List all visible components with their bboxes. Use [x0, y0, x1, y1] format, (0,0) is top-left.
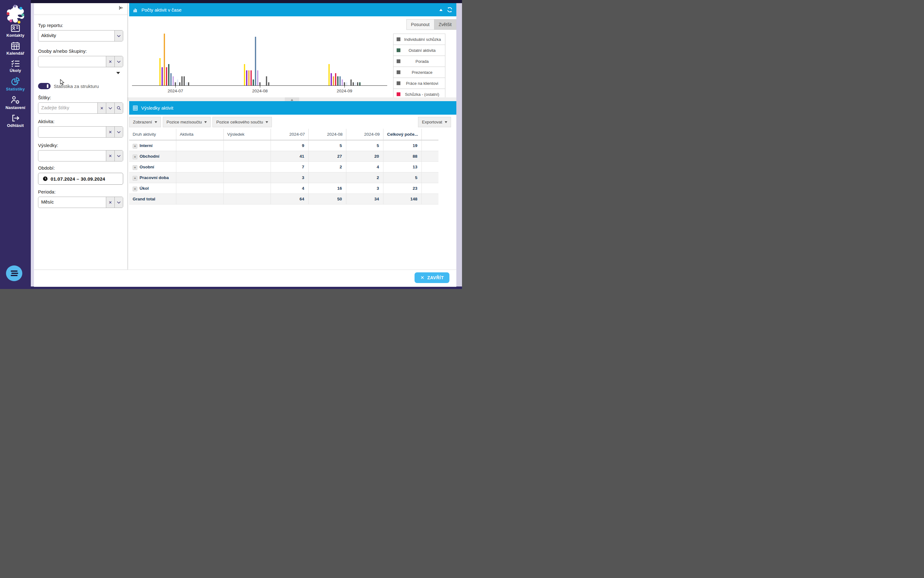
sidebar-item-odhlasit[interactable]: Odhlásit — [0, 114, 31, 128]
expand-row-icon[interactable]: + — [133, 165, 137, 170]
column-header-2024-09[interactable]: 2024-09 — [346, 129, 384, 140]
chart-bar[interactable] — [357, 82, 358, 86]
chart-bar[interactable] — [179, 82, 181, 86]
chart-bar[interactable] — [177, 80, 178, 86]
date-range-button[interactable]: 01.07.2024 – 30.09.2024 — [38, 173, 123, 185]
chevron-down-icon[interactable] — [114, 31, 123, 41]
chart-bar[interactable] — [248, 70, 249, 86]
chart-bar[interactable] — [359, 82, 361, 86]
chart-bar[interactable] — [353, 82, 354, 86]
chat-bubble-button[interactable] — [6, 265, 22, 281]
chart-bar[interactable] — [255, 37, 256, 86]
view-menu-button[interactable]: Zobrazení — [129, 117, 161, 127]
chart-bar[interactable] — [161, 67, 163, 86]
chevron-down-icon[interactable] — [114, 197, 123, 208]
collapse-table-tab[interactable] — [285, 97, 299, 101]
subtotal-position-button[interactable]: Pozice mezisoučtu — [163, 117, 211, 127]
chart-bar[interactable] — [266, 76, 267, 86]
results-input[interactable]: ✕ — [38, 150, 123, 161]
toggle-switch[interactable] — [38, 83, 50, 89]
chart-bar[interactable] — [184, 76, 185, 86]
chart-bar[interactable] — [164, 34, 165, 86]
expand-row-icon[interactable]: + — [133, 176, 137, 180]
column-header-aktivita[interactable]: Aktivita — [176, 129, 224, 140]
periodicity-select[interactable]: Měsíc ✕ — [38, 196, 123, 208]
chart-bar[interactable] — [244, 64, 245, 86]
chart-bar[interactable] — [350, 80, 352, 86]
column-header-2024-08[interactable]: 2024-08 — [309, 129, 346, 140]
column-header-vysledek[interactable]: Výsledek — [224, 129, 271, 140]
clear-icon[interactable]: ✕ — [98, 103, 106, 114]
chart-bar[interactable] — [159, 58, 161, 86]
chart-bar[interactable] — [172, 76, 174, 86]
structure-statistics-toggle-row[interactable]: Statistika za strukturu — [38, 83, 123, 89]
column-header-total[interactable]: Celkový poče... — [384, 129, 422, 140]
export-button[interactable]: Exportovat — [418, 117, 451, 127]
row-value-cell: 148 — [384, 194, 422, 204]
chart-bar[interactable] — [166, 67, 167, 86]
chart-bar[interactable] — [342, 80, 343, 86]
close-button[interactable]: ✕ ZAVŘÍT — [415, 272, 449, 283]
chart-bar[interactable] — [181, 76, 182, 86]
chevron-down-icon[interactable] — [114, 56, 123, 67]
clear-icon[interactable]: ✕ — [106, 56, 114, 67]
chevron-down-icon[interactable] — [114, 127, 123, 137]
chart-bar[interactable] — [253, 80, 254, 86]
chart-bar[interactable] — [268, 82, 269, 86]
grand-total-position-button[interactable]: Pozice celkového součtu — [213, 117, 272, 127]
legend-item[interactable]: Porada — [393, 56, 445, 67]
row-value-cell: 20 — [346, 151, 384, 161]
bar-chart-plot[interactable]: 2024-072024-082024-09 — [132, 16, 387, 97]
chart-bar[interactable] — [257, 70, 258, 86]
chart-bar[interactable] — [259, 82, 260, 86]
collapse-chart-icon[interactable] — [439, 7, 442, 11]
sidebar-item-nastaveni[interactable]: Nastavení — [0, 96, 31, 110]
chart-bar[interactable] — [335, 73, 336, 86]
legend-item[interactable]: Individuální schůzka — [393, 34, 445, 45]
people-groups-input[interactable]: ✕ — [38, 56, 123, 67]
chart-bar[interactable] — [168, 64, 169, 86]
chart-bar[interactable] — [340, 76, 341, 86]
chart-bar[interactable] — [333, 76, 334, 86]
app-logo[interactable] — [5, 4, 26, 24]
activity-input[interactable]: ✕ — [38, 126, 123, 138]
column-header-druh-aktivity[interactable]: Druh aktivity — [129, 129, 176, 140]
clear-icon[interactable]: ✕ — [106, 197, 114, 208]
column-header-2024-07[interactable]: 2024-07 — [271, 129, 309, 140]
chart-bar[interactable] — [186, 82, 187, 86]
chart-bar[interactable] — [251, 70, 252, 86]
sidebar-item-ukoly[interactable]: Úkoly — [0, 60, 31, 73]
chart-bar[interactable] — [355, 82, 356, 86]
sidebar-item-kontakty[interactable]: Kontakty — [0, 24, 31, 38]
chart-bar[interactable] — [346, 82, 347, 86]
clear-icon[interactable]: ✕ — [106, 151, 114, 161]
chart-bar[interactable] — [246, 70, 247, 86]
chart-bar[interactable] — [170, 73, 172, 86]
chevron-down-icon[interactable] — [114, 151, 123, 161]
chart-bar[interactable] — [331, 73, 332, 86]
pan-button[interactable]: Posunout — [407, 19, 434, 30]
chart-bar[interactable] — [344, 82, 345, 86]
expand-row-icon[interactable]: + — [133, 144, 137, 149]
chart-bar[interactable] — [329, 64, 330, 86]
sidebar-item-statistiky[interactable]: Statistiky — [0, 77, 31, 91]
clear-icon[interactable]: ✕ — [106, 127, 114, 137]
legend-item[interactable]: Schůzka - (ostatní) — [393, 89, 445, 98]
legend-item[interactable]: Ostatní aktivita — [393, 45, 445, 56]
zoom-button[interactable]: Zvětšit — [434, 19, 456, 30]
chart-bar[interactable] — [188, 82, 189, 86]
legend-item[interactable]: Práce na klientovi — [393, 78, 445, 89]
report-type-select[interactable]: Aktivity — [38, 30, 123, 41]
expand-row-icon[interactable]: + — [133, 187, 137, 191]
chevron-down-icon[interactable] — [106, 103, 114, 114]
legend-item[interactable]: Prezentace — [393, 67, 445, 78]
collapse-panel-icon[interactable] — [119, 6, 124, 11]
sidebar-item-kalendar[interactable]: Kalendář — [0, 42, 31, 55]
chart-bar[interactable] — [337, 76, 338, 86]
tags-input[interactable]: Zadejte štítky ✕ — [38, 102, 123, 114]
expand-row-icon[interactable]: + — [133, 154, 137, 159]
chart-bar[interactable] — [175, 82, 176, 86]
more-filters-expander[interactable] — [38, 71, 123, 75]
search-icon[interactable] — [114, 103, 123, 114]
refresh-icon[interactable] — [447, 7, 452, 13]
